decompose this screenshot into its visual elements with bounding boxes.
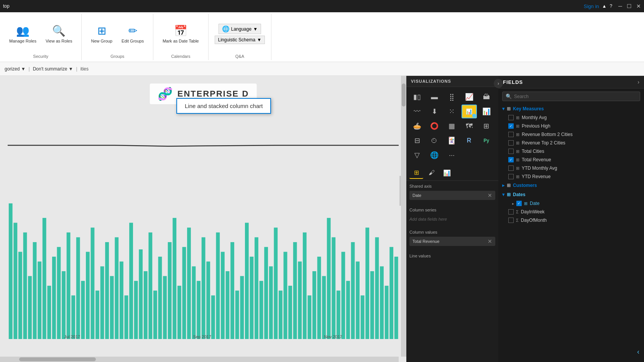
svg-rect-81: [394, 257, 398, 339]
minimize-button[interactable]: ─: [618, 3, 622, 9]
categorized-dropdown[interactable]: gorized ▼: [5, 66, 26, 72]
group-key-measures[interactable]: ▾ ⊞ Key Measures: [498, 104, 644, 113]
viz-area-chart[interactable]: 🏔: [479, 90, 494, 104]
field-previous-high[interactable]: ✓ ⊞ Previous High: [498, 122, 644, 130]
field-ytd-monthly-avg[interactable]: ⊞ YTD Monthly Avg: [498, 164, 644, 172]
viz-map[interactable]: 🗺: [462, 119, 477, 133]
v-scroll-thumb[interactable]: [402, 84, 406, 106]
viz-matrix[interactable]: ⊟: [409, 134, 425, 147]
viz-globe[interactable]: 🌐: [427, 148, 442, 162]
enterprise-title: ENTERPRISE D: [177, 89, 249, 99]
viz-table[interactable]: ⊞: [479, 119, 494, 133]
svg-rect-72: [351, 242, 355, 339]
viz-funnel[interactable]: ▽: [409, 148, 425, 162]
fields-collapse-btn[interactable]: ›: [637, 79, 639, 85]
svg-rect-20: [100, 266, 104, 339]
viz-100-bar[interactable]: ⣿: [444, 90, 459, 104]
close-button[interactable]: ✕: [636, 3, 641, 9]
field-revenue-top[interactable]: ⊞ Revenue Top 2 Cities: [498, 139, 644, 147]
canvas-area[interactable]: 🧬 ENTERPRISE D /* bars drawn below */: [0, 76, 406, 362]
viz-treemap[interactable]: ▦: [444, 119, 459, 133]
viz-r-script[interactable]: R: [462, 134, 477, 147]
viz-ribbon-chart[interactable]: 〰: [409, 105, 425, 118]
svg-rect-31: [153, 291, 157, 339]
new-group-button[interactable]: ⊞ New Group: [88, 23, 115, 45]
group-dates[interactable]: ▾ ⊞ Dates: [498, 190, 644, 199]
viz-tab-analytics[interactable]: 📊: [440, 167, 454, 179]
field-day-in-week[interactable]: Σ DayInWeek: [498, 208, 644, 216]
viz-more[interactable]: ···: [444, 148, 459, 162]
chart-container[interactable]: /* bars drawn below */: [8, 106, 399, 339]
checkbox-ytd-monthly-avg[interactable]: [508, 165, 514, 171]
svg-rect-37: [182, 247, 186, 339]
help-icon[interactable]: ?: [610, 3, 612, 9]
field-total-revenue[interactable]: ✓ ⊞ Total Revenue: [498, 156, 644, 164]
svg-rect-79: [385, 286, 389, 339]
fields-search-input[interactable]: [514, 94, 637, 99]
field-ytd-revenue[interactable]: ⊞ YTD Revenue: [498, 172, 644, 181]
sign-in-button[interactable]: Sign in: [584, 3, 599, 9]
checkbox-day-of-month[interactable]: [508, 218, 514, 223]
field-revenue-bottom[interactable]: ⊞ Revenue Bottom 2 Cities: [498, 130, 644, 139]
vertical-scrollbar[interactable]: [401, 76, 406, 357]
viz-tab-format[interactable]: 🖌: [425, 167, 439, 179]
groups-label: Groups: [110, 52, 124, 59]
svg-rect-41: [202, 237, 205, 339]
viz-line-chart[interactable]: 📈: [462, 90, 477, 104]
checkbox-date[interactable]: ✓: [516, 201, 522, 206]
viz-panel-collapse[interactable]: ›: [494, 79, 503, 88]
chevron-down-icon-km: ▾: [502, 106, 504, 111]
column-values-remove[interactable]: ✕: [488, 238, 492, 244]
edit-groups-button[interactable]: ✏ Edit Groups: [118, 23, 147, 45]
mark-date-table-button[interactable]: 📅 Mark as Date Table: [159, 23, 202, 45]
viz-waterfall[interactable]: ⬇: [427, 105, 442, 118]
checkbox-monthly-avg[interactable]: [508, 115, 514, 120]
ribbon-qna-section: 🌐 Language ▼ Linguistic Schema ▼ Q&A: [209, 14, 271, 60]
maximize-button[interactable]: ☐: [627, 3, 632, 9]
horizontal-scrollbar[interactable]: [0, 357, 399, 362]
svg-rect-9: [47, 286, 51, 339]
checkbox-previous-high[interactable]: ✓: [508, 123, 514, 129]
checkbox-ytd-revenue[interactable]: [508, 174, 514, 179]
viz-pie-chart[interactable]: 🥧: [409, 119, 425, 133]
viz-bar-chart[interactable]: ▮▯: [409, 90, 425, 104]
checkbox-total-cities[interactable]: [508, 149, 514, 154]
shared-axis-chip[interactable]: Date ✕: [409, 191, 495, 200]
checkbox-revenue-top[interactable]: [508, 140, 514, 146]
viz-gauge[interactable]: ⏲: [427, 134, 442, 147]
svg-rect-8: [43, 218, 46, 339]
group-customers[interactable]: ▸ ⊞ Customers: [498, 181, 644, 190]
svg-rect-13: [67, 233, 71, 339]
calendar-icon: 📅: [174, 25, 187, 37]
viz-line-stacked-col[interactable]: 📊: [462, 105, 477, 118]
checkbox-total-revenue[interactable]: ✓: [508, 157, 514, 162]
view-roles-button[interactable]: 🔍 View as Roles: [43, 23, 76, 45]
viz-clustered-col[interactable]: 📊: [479, 105, 494, 118]
language-dropdown[interactable]: 🌐 Language ▼: [219, 24, 261, 34]
svg-rect-30: [148, 233, 152, 339]
viz-python-script[interactable]: Py: [479, 134, 494, 147]
field-name-monthly-avg: Monthly Avg: [522, 115, 547, 120]
app-title: top: [3, 3, 10, 9]
field-total-cities[interactable]: ⊞ Total Cities: [498, 147, 644, 156]
fields-scroll-down-btn[interactable]: ‹: [637, 348, 639, 356]
column-values-chip[interactable]: Total Revenue ✕: [409, 237, 495, 246]
viz-donut-chart[interactable]: ⭕: [427, 119, 442, 133]
viz-scatter[interactable]: ⁙: [444, 105, 459, 118]
checkbox-revenue-bottom[interactable]: [508, 132, 514, 137]
field-day-of-month[interactable]: Σ DayOfMonth: [498, 216, 644, 224]
viz-tab-fields[interactable]: ⊞: [409, 167, 423, 179]
chevron-down-icon-dates: ▾: [502, 192, 504, 197]
h-scroll-thumb[interactable]: [19, 357, 96, 361]
manage-roles-button[interactable]: 👥 Manage Roles: [6, 23, 39, 45]
summarize-dropdown[interactable]: Don't summarize ▼: [33, 66, 73, 72]
viz-stacked-bar[interactable]: ▬: [427, 90, 442, 104]
linguistic-schema-dropdown[interactable]: Linguistic Schema ▼: [215, 36, 265, 44]
field-date[interactable]: ▸ ✓ ⊞ Date: [498, 199, 644, 208]
field-monthly-avg[interactable]: ⊞ Monthly Avg: [498, 113, 644, 122]
checkbox-day-in-week[interactable]: [508, 209, 514, 215]
shared-axis-remove[interactable]: ✕: [488, 192, 492, 198]
viz-tabs: ⊞ 🖌 📊: [406, 165, 498, 181]
viz-card[interactable]: 🃏: [444, 134, 459, 147]
svg-rect-42: [206, 262, 210, 339]
